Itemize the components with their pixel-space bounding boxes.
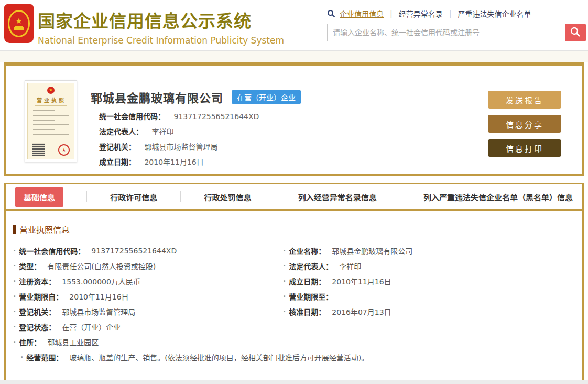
field-row: ·核准日期：2016年07月13日 (283, 304, 575, 319)
field-value: 玻璃瓶、瓶盖的生产、销售。(依法须经批准的项目，经相关部门批准后方可开展经营活动… (69, 352, 368, 362)
company-summary-card: ★ 营业执照 ★ 郓城县金鹏玻璃有限公司 在营（开业）企业 (4, 62, 584, 176)
field-label: 企业名称： (289, 246, 325, 256)
tab-admin-license-info[interactable]: 行政许可信息 (110, 191, 157, 202)
field-label: 类型： (19, 261, 41, 271)
business-scope-row: · 经营范围： 玻璃瓶、瓶盖的生产、销售。(依法须经批准的项目，经相关部门批准后… (13, 349, 575, 365)
send-report-button[interactable]: 发送报告 (488, 91, 561, 109)
field-value: 9137172556521644XD (173, 112, 259, 121)
section-title: 营业执照信息 (19, 223, 70, 236)
field-row: ·企业名称：郓城县金鹏玻璃有限公司 (283, 243, 575, 258)
company-info-block: 郓城县金鹏玻璃有限公司 在营（开业）企业 统一社会信用代码： 913717255… (91, 66, 488, 174)
field-label: 住所： (19, 337, 41, 347)
header-right: 企业信用信息 | 经营异常名录 | 严重违法失信企业名单 (327, 7, 586, 41)
company-key-fields: 统一社会信用代码： 9137172556521644XD 法定代表人： 李祥印 … (91, 111, 488, 167)
site-title-block: 国家企业信用信息公示系统 National Enterprise Credit … (38, 7, 284, 46)
site-header: ★ 国家企业信用信息公示系统 National Enterprise Credi… (0, 0, 588, 50)
field-value: 郓城县金鹏玻璃有限公司 (332, 246, 412, 256)
emblem-star-icon: ★ (15, 17, 22, 25)
detail-box: 基础信息 行政许可信息 行政处罚信息 列入经营异常名录信息 列入严重违法失信企业… (4, 183, 584, 380)
nav-separator: | (390, 9, 393, 18)
license-emblem-icon: ★ (47, 87, 55, 94)
tab-separator (86, 191, 87, 202)
tab-admin-penalty-info[interactable]: 行政处罚信息 (204, 191, 251, 202)
field-row: 成立日期： 2010年11月16日 (99, 156, 488, 167)
field-label: 登记机关： (19, 306, 56, 317)
tab-bar: 基础信息 行政许可信息 行政处罚信息 列入经营异常名录信息 列入严重违法失信企业… (6, 184, 582, 211)
field-label: 登记机关： (99, 143, 136, 151)
license-image: ★ 营业执照 ★ (27, 83, 74, 159)
field-value: 有限责任公司(自然人投资或控股) (47, 261, 156, 271)
company-name: 郓城县金鹏玻璃有限公司 (91, 89, 223, 105)
site-subtitle: National Enterprise Credit Information P… (38, 35, 284, 46)
business-license-thumbnail[interactable]: ★ 营业执照 ★ (25, 80, 77, 162)
field-row: 法定代表人： 李祥印 (99, 126, 488, 136)
field-row: ·营业期限自：2010年11月16日 (13, 289, 283, 304)
tab-blacklist-info[interactable]: 列入严重违法失信企业名单（黑名单）信息 (423, 191, 573, 202)
field-value: 郓城县市场监督管理局 (144, 143, 217, 151)
field-label: 营业期限至： (289, 291, 333, 302)
section-marker (13, 225, 16, 234)
field-row: ·住所：郓城县工业园区 (13, 334, 283, 349)
field-value: 郓城县工业园区 (47, 337, 99, 347)
tab-basic-info[interactable]: 基础信息 (15, 187, 63, 207)
nav-enterprise-credit-info[interactable]: 企业信用信息 (340, 8, 384, 19)
emblem-ring: ★ (8, 10, 30, 37)
field-value: 李祥印 (339, 261, 361, 271)
field-row: ·成立日期：2010年11月16日 (283, 273, 575, 289)
field-row: 统一社会信用代码： 9137172556521644XD (99, 111, 488, 121)
field-row: 登记机关： 郓城县市场监督管理局 (99, 141, 488, 152)
field-row: ·注册资本：1553.000000万人民币 (13, 273, 283, 289)
field-value: 1553.000000万人民币 (62, 276, 140, 286)
site-title: 国家企业信用信息公示系统 (38, 7, 284, 33)
field-row: ·登记状态：在营（开业）企业 (13, 319, 283, 334)
field-row: ·登记机关：郓城县市场监督管理局 (13, 304, 283, 319)
search-bar (327, 24, 586, 41)
field-label: 经营范围： (26, 352, 63, 362)
license-title: 营业执照 (37, 96, 66, 104)
page-bottom-strip (0, 380, 588, 384)
share-info-button[interactable]: 信息分享 (488, 115, 561, 133)
search-icon (327, 9, 335, 18)
field-value: 9137172556521644XD (91, 247, 177, 255)
field-label: 登记状态： (19, 322, 56, 332)
field-label: 法定代表人： (99, 127, 143, 136)
field-label: 统一社会信用代码： (19, 246, 85, 256)
page: ★ 国家企业信用信息公示系统 National Enterprise Credi… (0, 0, 588, 384)
tab-abnormal-operations-info[interactable]: 列入经营异常名录信息 (298, 191, 377, 202)
field-row: ·类型：有限责任公司(自然人投资或控股) (13, 258, 283, 273)
field-value: 2010年11月16日 (332, 276, 391, 286)
field-row: ·法定代表人：李祥印 (283, 258, 575, 273)
license-info-section: 营业执照信息 ·统一社会信用代码：9137172556521644XD ·类型：… (6, 211, 582, 365)
license-qr-code (32, 143, 45, 156)
top-nav: 企业信用信息 | 经营异常名录 | 严重违法失信企业名单 (327, 7, 586, 20)
nav-abnormal-operations-list[interactable]: 经营异常名录 (399, 8, 443, 19)
field-value: 郓城县市场监督管理局 (62, 306, 135, 317)
emblem-gate-icon (14, 26, 24, 30)
tab-separator (275, 191, 275, 202)
license-subline (35, 105, 67, 106)
field-label: 注册资本： (19, 276, 56, 286)
tab-separator (180, 191, 181, 202)
field-value: 李祥印 (151, 127, 173, 136)
field-label: 营业期限自： (19, 291, 63, 302)
field-label: 成立日期： (99, 158, 136, 166)
field-row: ·统一社会信用代码：9137172556521644XD (13, 243, 283, 258)
header-divider-band (0, 50, 588, 62)
field-value: 2010年11月16日 (69, 291, 128, 302)
detail-column-left: ·统一社会信用代码：9137172556521644XD ·类型：有限责任公司(… (13, 243, 283, 349)
license-red-seal-icon: ★ (58, 144, 70, 156)
field-value: 2016年07月13日 (332, 306, 391, 317)
license-detail-grid: ·统一社会信用代码：9137172556521644XD ·类型：有限责任公司(… (13, 243, 575, 349)
print-info-button[interactable]: 信息打印 (488, 139, 561, 157)
search-input[interactable] (327, 24, 565, 41)
national-emblem-logo: ★ (4, 4, 34, 43)
nav-serious-violations-list[interactable]: 严重违法失信企业名单 (458, 8, 531, 19)
field-value: 2010年11月16日 (144, 158, 203, 166)
nav-separator: | (449, 9, 452, 18)
tab-separator (400, 191, 400, 202)
detail-column-right: ·企业名称：郓城县金鹏玻璃有限公司 ·法定代表人：李祥印 ·成立日期：2010年… (283, 243, 575, 349)
field-value: 在营（开业）企业 (62, 322, 121, 332)
field-label: 统一社会信用代码： (99, 112, 165, 121)
field-label: 核准日期： (289, 306, 325, 317)
search-button[interactable] (565, 24, 586, 41)
